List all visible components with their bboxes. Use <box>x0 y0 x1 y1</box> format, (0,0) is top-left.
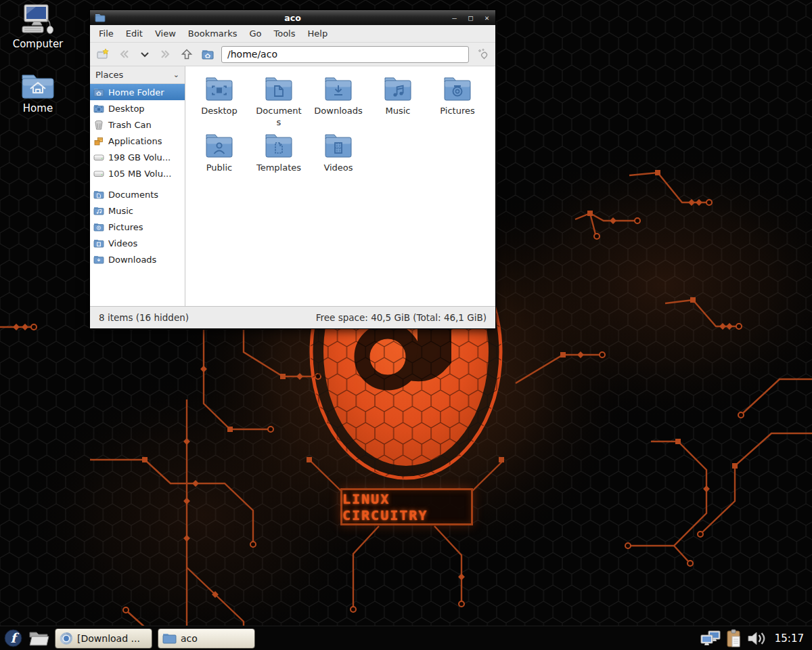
menu-go[interactable]: Go <box>243 26 267 41</box>
home-button[interactable] <box>200 47 215 62</box>
downloads-folder-icon <box>322 74 355 104</box>
file-manager-launcher[interactable] <box>28 630 49 647</box>
path-input[interactable] <box>221 46 469 63</box>
drive-icon <box>93 152 104 162</box>
system-tray: 15:17 <box>700 629 808 648</box>
applications-icon <box>93 136 104 146</box>
music-folder-icon <box>93 206 104 215</box>
file-icon-view: Desktop Documents Downloads <box>185 66 495 306</box>
volume-icon[interactable] <box>747 630 767 647</box>
computer-icon <box>18 3 58 36</box>
menu-edit[interactable]: Edit <box>120 26 149 41</box>
sidebar-item-applications[interactable]: Applications <box>90 133 185 149</box>
sidebar-item-volume-198gb[interactable]: 198 GB Volu... <box>90 149 185 165</box>
taskbar-clock: 15:17 <box>775 632 804 645</box>
menu-bar: File Edit View Bookmarks Go Tools Help <box>90 25 495 43</box>
sidebar-separator <box>90 181 185 186</box>
file-documents[interactable]: Documents <box>249 72 309 129</box>
sidebar-item-documents[interactable]: Documents <box>90 186 185 202</box>
maximize-button[interactable]: □ <box>467 14 474 22</box>
menu-view[interactable]: View <box>149 26 182 41</box>
status-items-count: 8 items (16 hidden) <box>99 312 189 323</box>
toolbar <box>90 43 495 66</box>
window-content: Places ⌄ Home Folder Desktop <box>90 66 495 306</box>
file-downloads[interactable]: Downloads <box>309 72 368 129</box>
status-free-space: Free space: 40,5 GiB (Total: 46,1 GiB) <box>316 312 487 323</box>
home-folder-icon <box>93 87 104 97</box>
file-pictures[interactable]: Pictures <box>428 72 487 129</box>
jump-to-location-icon <box>476 47 489 61</box>
sidebar-places: Places ⌄ Home Folder Desktop <box>90 66 185 306</box>
sidebar-item-trash-can[interactable]: Trash Can <box>90 116 185 133</box>
drive-icon <box>93 169 104 178</box>
forward-button[interactable] <box>158 47 173 62</box>
places-header-label: Places <box>95 70 123 80</box>
desktop-icon-home[interactable]: Home <box>4 70 72 114</box>
forward-icon <box>159 47 173 61</box>
wallpaper-badge: LINUX CIRCUITRY <box>340 488 473 525</box>
sidebar-item-music[interactable]: Music <box>90 202 185 219</box>
pictures-folder-icon <box>93 222 104 232</box>
desktop-icon-computer[interactable]: Computer <box>4 3 72 50</box>
window-titlebar[interactable]: aco – □ ✕ <box>90 10 495 25</box>
back-icon <box>117 47 131 61</box>
back-button[interactable] <box>116 47 131 62</box>
desktop-folder-icon <box>93 104 104 113</box>
up-arrow-icon <box>180 47 194 61</box>
desktop-icon-label: Computer <box>13 38 64 50</box>
close-button[interactable]: ✕ <box>483 14 491 22</box>
clipboard-icon[interactable] <box>726 629 742 648</box>
sidebar-item-pictures[interactable]: Pictures <box>90 219 185 235</box>
trash-icon <box>93 120 104 130</box>
taskbar: f [Download ... aco <box>0 626 812 650</box>
chevron-down-icon <box>140 47 150 61</box>
chromium-icon <box>60 632 73 645</box>
sidebar-item-videos[interactable]: Videos <box>90 235 185 251</box>
home-folder-icon <box>20 70 55 100</box>
sidebar-item-downloads[interactable]: Downloads <box>90 251 185 267</box>
file-public[interactable]: Public <box>189 129 249 174</box>
task-button-aco[interactable]: aco <box>158 628 255 649</box>
pictures-folder-icon <box>441 74 474 104</box>
menu-bookmarks[interactable]: Bookmarks <box>182 26 244 41</box>
file-templates[interactable]: Templates <box>249 129 309 174</box>
file-videos[interactable]: Videos <box>309 129 368 174</box>
up-button[interactable] <box>179 47 194 62</box>
new-tab-button[interactable] <box>95 47 110 62</box>
status-bar: 8 items (16 hidden) Free space: 40,5 GiB… <box>90 306 495 328</box>
desktop-folder-icon <box>203 74 235 104</box>
sidebar-item-home-folder[interactable]: Home Folder <box>90 84 185 100</box>
file-desktop[interactable]: Desktop <box>189 72 249 129</box>
sidebar-item-desktop[interactable]: Desktop <box>90 100 185 116</box>
sidebar-item-volume-105mb[interactable]: 105 MB Volu... <box>90 165 185 181</box>
templates-folder-icon <box>263 131 295 161</box>
menu-help[interactable]: Help <box>302 26 334 41</box>
file-manager-window: aco – □ ✕ File Edit View Bookmarks Go To… <box>89 9 496 329</box>
music-folder-icon <box>382 74 414 104</box>
menu-file[interactable]: File <box>93 26 120 41</box>
videos-folder-icon <box>322 131 355 161</box>
window-title: aco <box>90 13 495 23</box>
task-button-download[interactable]: [Download ... <box>55 628 152 649</box>
new-tab-icon <box>96 47 110 61</box>
places-header[interactable]: Places ⌄ <box>90 66 185 84</box>
history-dropdown-button[interactable] <box>137 47 152 62</box>
file-music[interactable]: Music <box>368 72 428 129</box>
downloads-folder-icon <box>93 255 104 264</box>
folder-icon <box>162 632 177 644</box>
documents-folder-icon <box>93 190 104 199</box>
network-monitors-icon[interactable] <box>700 630 721 647</box>
documents-folder-icon <box>263 74 295 104</box>
menu-tools[interactable]: Tools <box>267 26 301 41</box>
jump-to-location-button[interactable] <box>475 47 490 62</box>
desktop-icon-label: Home <box>23 102 53 114</box>
fedora-menu-button[interactable]: f <box>4 629 22 647</box>
public-folder-icon <box>203 131 235 161</box>
minimize-button[interactable]: – <box>451 14 458 22</box>
home-icon <box>201 48 215 60</box>
wallpaper-badge-text: LINUX CIRCUITRY <box>342 491 471 523</box>
videos-folder-icon <box>93 238 104 248</box>
places-collapse-chevron-icon[interactable]: ⌄ <box>173 70 179 79</box>
